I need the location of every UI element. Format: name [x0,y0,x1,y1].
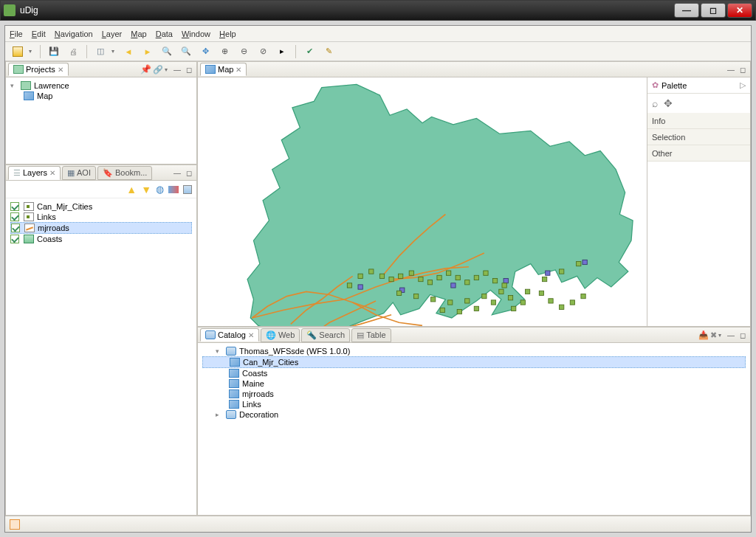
svg-rect-17 [456,275,460,280]
svg-rect-15 [437,275,441,280]
menu-file[interactable]: File [10,30,23,38]
zoom-out-button[interactable]: ⊖ [236,44,252,60]
commit-button[interactable]: ✔ [301,44,317,60]
maximize-view-icon[interactable]: ◻ [738,64,748,75]
close-icon[interactable]: ✕ [248,331,254,339]
palette-tools[interactable]: ⌕✥ [647,94,750,113]
bookmarks-tab[interactable]: 🔖 Bookm... [97,166,152,180]
link-icon[interactable]: 🔗 [153,65,163,75]
menu-layer[interactable]: Layer [102,30,123,38]
svg-rect-4 [546,271,550,275]
layer-node[interactable]: Can_Mjr_Cities [10,201,192,212]
layers-tree[interactable]: Can_Mjr_Cities Links mjrroads Coasts [6,198,196,247]
maximize-view-icon[interactable]: ◻ [738,330,748,340]
import-catalog-icon[interactable]: 📥 [698,330,709,340]
move-down-icon[interactable]: ▼ [141,184,151,195]
layer-node[interactable]: Coasts [10,234,192,244]
view-menu-icon[interactable]: ▾ [718,332,724,339]
expand-icon[interactable]: ▸ [216,411,223,418]
minimize-button[interactable]: — [674,3,699,18]
menu-navigation[interactable]: Navigation [55,30,93,38]
checkbox[interactable] [10,202,19,211]
new-drop-icon[interactable]: ▾ [29,48,35,55]
status-icon[interactable] [10,519,20,530]
checkbox[interactable] [10,212,19,221]
cancel-button[interactable]: ▸ [274,44,290,60]
zoom-in-button[interactable]: ⊕ [216,44,233,60]
close-icon[interactable]: ✕ [58,66,63,74]
maximize-button[interactable]: ◻ [701,3,726,18]
map-canvas[interactable] [198,77,647,327]
layer-node[interactable]: mjrroads [10,222,192,234]
close-icon[interactable]: ✕ [236,66,241,74]
menu-edit[interactable]: Edit [32,30,46,38]
web-tab[interactable]: 🌐Web [261,328,300,342]
minimize-view-icon[interactable]: — [172,64,182,75]
catalog-layer-node[interactable]: Coasts [202,368,746,378]
collapse-icon[interactable]: ▾ [216,347,223,355]
menu-help[interactable]: Help [219,30,236,38]
mylar-icon[interactable]: ◍ [156,184,164,195]
edit-button[interactable]: ✎ [320,44,337,60]
palette-header[interactable]: ✿ Palette ▷ [647,77,750,94]
zoom-layer-button[interactable]: 🔍 [159,44,175,60]
aoi-button[interactable]: ◫ [92,44,109,60]
catalog-tab[interactable]: Catalog ✕ [200,328,259,342]
import-icon[interactable] [183,185,192,194]
map-node[interactable]: Map [10,91,192,101]
new-button[interactable] [10,44,26,60]
aoi-drop-icon[interactable]: ▾ [111,48,117,55]
titlebar[interactable]: uDig — ◻ ✕ [0,0,756,21]
table-tab[interactable]: ▤Table [351,328,391,342]
view-menu-icon[interactable]: ▾ [165,66,171,73]
checkbox[interactable] [10,235,19,243]
pin-icon[interactable]: 📌 [140,64,151,75]
aoi-tab[interactable]: ▦ AOI [62,166,96,180]
catalog-layer-node[interactable]: Can_Mjr_Cities [202,356,746,368]
menu-map[interactable]: Map [131,30,146,38]
minimize-view-icon[interactable]: — [726,330,736,340]
search-tab[interactable]: 🔦Search [301,328,350,342]
close-icon[interactable]: ✕ [49,169,55,177]
maximize-view-icon[interactable]: ◻ [184,64,194,75]
back-button[interactable]: ◄ [120,44,137,60]
projects-tree[interactable]: ▾ Lawrence Map [6,77,196,104]
menu-data[interactable]: Data [156,30,173,38]
gradient-icon[interactable] [168,186,179,193]
menubar[interactable]: File Edit Navigation Layer Map Data Wind… [5,26,751,42]
palette-drawer-selection[interactable]: Selection [647,129,750,145]
catalog-layer-node[interactable]: Links [202,399,746,409]
pan-button[interactable]: ⊘ [255,44,271,60]
maximize-view-icon[interactable]: ◻ [184,167,194,178]
catalog-layer-node[interactable]: Maine [202,378,746,389]
collapse-icon[interactable]: ▾ [10,82,18,89]
palette-drawer-other[interactable]: Other [647,145,750,162]
map-tabbar: Map ✕ — ◻ [197,61,751,77]
chevron-right-icon[interactable]: ▷ [740,80,746,90]
move-up-icon[interactable]: ▲ [126,184,137,195]
projects-tab[interactable]: Projects ✕ [8,63,69,76]
zoom-extent-button[interactable]: ✥ [197,44,213,60]
map-tab[interactable]: Map ✕ [200,63,247,76]
layer-node[interactable]: Links [10,212,192,222]
catalog-layer-node[interactable]: mjrroads [202,389,746,399]
minimize-view-icon[interactable]: — [172,167,182,178]
svg-rect-8 [369,269,374,274]
minimize-view-icon[interactable]: — [726,64,736,75]
palette-drawer-info[interactable]: Info [647,113,750,129]
catalog-tree[interactable]: ▾ Thomas_WFSsde (WFS 1.0.0) Can_Mjr_Citi… [198,343,750,423]
close-button[interactable]: ✕ [727,3,752,18]
catalog-decoration-node[interactable]: ▸ Decoration [202,409,746,420]
project-node[interactable]: ▾ Lawrence [10,80,192,91]
menu-window[interactable]: Window [182,30,210,38]
app-client: File Edit Navigation Layer Map Data Wind… [4,25,752,533]
checkbox[interactable] [11,224,20,232]
remove-catalog-icon[interactable]: ✖ [710,330,717,340]
layers-tab[interactable]: ☰ Layers ✕ [8,166,61,180]
save-button[interactable]: 💾 [46,44,62,60]
zoom-layer2-button[interactable]: 🔍 [178,44,194,60]
catalog-service-node[interactable]: ▾ Thomas_WFSsde (WFS 1.0.0) [202,346,746,356]
forward-button[interactable]: ► [140,44,156,60]
print-button[interactable]: 🖨 [65,44,81,60]
main-toolbar: ▾ 💾 🖨 ◫▾ ◄ ► 🔍 🔍 ✥ ⊕ ⊖ ⊘ ▸ ✔ ✎ [5,42,751,61]
